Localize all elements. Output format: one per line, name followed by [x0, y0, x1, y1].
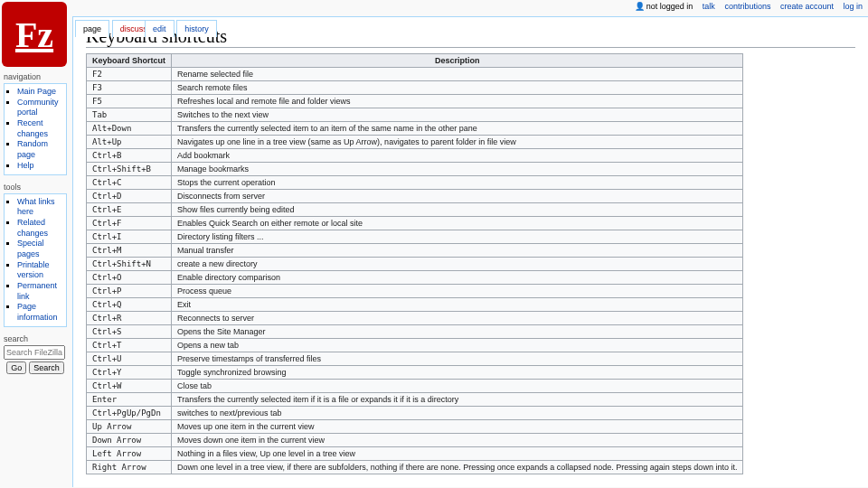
- tools-heading: tools: [4, 183, 67, 192]
- shortcut-desc: Moves down one item in the current view: [172, 434, 743, 447]
- shortcut-key: Alt+Down: [92, 124, 131, 133]
- shortcut-desc: Show files currently being edited: [172, 203, 743, 217]
- shortcut-key: Ctrl+Y: [92, 368, 122, 377]
- tools-item[interactable]: Printable version: [17, 260, 50, 280]
- table-row: Ctrl+PgUp/PgDnswitches to next/previous …: [87, 407, 743, 420]
- search-portal: search Go Search: [4, 334, 67, 374]
- table-row: Ctrl+RReconnects to server: [87, 312, 743, 325]
- tab-page[interactable]: page: [75, 20, 109, 37]
- shortcut-desc: Reconnects to server: [172, 312, 743, 325]
- table-row: Ctrl+OEnable directory comparison: [87, 271, 743, 285]
- shortcut-key: Ctrl+Shift+B: [92, 164, 151, 174]
- table-row: Up ArrowMoves up one item in the current…: [87, 420, 743, 434]
- contributions-link[interactable]: contributions: [724, 2, 770, 11]
- talk-link[interactable]: talk: [703, 2, 715, 11]
- table-row: Down ArrowMoves down one item in the cur…: [87, 434, 743, 447]
- table-row: Ctrl+EShow files currently being edited: [87, 203, 743, 217]
- shortcut-desc: Toggle synchronized browsing: [172, 366, 743, 380]
- shortcut-key: Enter: [92, 395, 117, 404]
- table-row: Ctrl+QExit: [87, 298, 743, 312]
- table-row: Ctrl+MManual transfer: [87, 244, 743, 258]
- table-row: Ctrl+PProcess queue: [87, 285, 743, 298]
- table-row: Ctrl+Shift+BManage bookmarks: [87, 163, 743, 176]
- shortcut-key: Up Arrow: [92, 422, 131, 431]
- shortcut-desc: Directory listing filters ...: [172, 230, 743, 244]
- shortcut-desc: Disconnects from server: [172, 190, 743, 203]
- tab-history[interactable]: history: [176, 20, 217, 37]
- shortcut-key: Ctrl+Shift+N: [92, 259, 151, 268]
- shortcut-desc: Switches to the next view: [172, 108, 743, 122]
- shortcut-desc: Enable directory comparison: [172, 271, 743, 285]
- table-row: F2Rename selected file: [87, 68, 743, 81]
- table-row: Ctrl+DDisconnects from server: [87, 190, 743, 203]
- shortcut-desc: Nothing in a files view, Up one level in…: [172, 447, 743, 461]
- shortcut-desc: Transfers the currently selected item to…: [172, 122, 743, 136]
- shortcut-desc: Process queue: [172, 285, 743, 298]
- shortcut-key: Ctrl+Q: [92, 300, 122, 309]
- search-go-button[interactable]: Go: [6, 361, 26, 374]
- table-row: Ctrl+FEnables Quick Search on either rem…: [87, 217, 743, 230]
- nav-item[interactable]: Help: [17, 161, 34, 170]
- tools-item[interactable]: Page information: [17, 302, 58, 322]
- shortcut-desc: Close tab: [172, 380, 743, 393]
- nav-item[interactable]: Main Page: [17, 87, 56, 96]
- not-logged-in: 👤not logged in: [635, 2, 693, 11]
- nav-item[interactable]: Community portal: [17, 98, 59, 117]
- nav-item[interactable]: Recent changes: [17, 118, 48, 138]
- user-icon: 👤: [635, 2, 645, 11]
- table-row: F5Refreshes local and remote file and fo…: [87, 95, 743, 108]
- shortcut-desc: Exit: [172, 298, 743, 312]
- shortcut-key: Ctrl+U: [92, 354, 122, 363]
- site-logo[interactable]: Fz: [2, 2, 67, 67]
- shortcut-desc: Opens the Site Manager: [172, 325, 743, 339]
- shortcut-key: Ctrl+B: [92, 151, 122, 160]
- shortcut-key: Down Arrow: [92, 436, 141, 445]
- shortcut-desc: Moves up one item in the current view: [172, 420, 743, 434]
- shortcut-desc: Opens a new tab: [172, 339, 743, 352]
- shortcut-key: Ctrl+T: [92, 341, 122, 350]
- table-row: Left ArrowNothing in a files view, Up on…: [87, 447, 743, 461]
- tools-item[interactable]: Special pages: [17, 239, 44, 258]
- table-row: Ctrl+SOpens the Site Manager: [87, 325, 743, 339]
- table-row: EnterTransfers the currently selected it…: [87, 393, 743, 407]
- table-row: Ctrl+TOpens a new tab: [87, 339, 743, 352]
- shortcut-key: Right Arrow: [92, 463, 146, 472]
- shortcut-key: Ctrl+R: [92, 314, 122, 323]
- tools-item[interactable]: Permanent link: [17, 281, 57, 301]
- shortcut-desc: Navigates up one line in a tree view (sa…: [172, 136, 743, 149]
- shortcut-desc: Rename selected file: [172, 68, 743, 81]
- table-row: Alt+DownTransfers the currently selected…: [87, 122, 743, 136]
- shortcut-key: Ctrl+M: [92, 246, 122, 255]
- tools-item[interactable]: Related changes: [17, 218, 48, 238]
- tools-item[interactable]: What links here: [17, 197, 55, 217]
- shortcut-desc: switches to next/previous tab: [172, 407, 743, 420]
- table-row: TabSwitches to the next view: [87, 108, 743, 122]
- shortcut-key: Ctrl+O: [92, 273, 122, 282]
- search-search-button[interactable]: Search: [29, 361, 64, 374]
- shortcut-desc: Manual transfer: [172, 244, 743, 258]
- table-row: Ctrl+Shift+Ncreate a new directory: [87, 258, 743, 271]
- shortcut-desc: Manage bookmarks: [172, 163, 743, 176]
- shortcut-desc: Search remote files: [172, 81, 743, 95]
- shortcut-key: Ctrl+PgUp/PgDn: [92, 408, 161, 418]
- create-account-link[interactable]: create account: [780, 2, 834, 11]
- shortcut-key: F5: [92, 97, 102, 106]
- shortcut-key: Ctrl+E: [92, 205, 122, 214]
- shortcut-key: Tab: [92, 110, 107, 119]
- shortcut-key: Ctrl+D: [92, 192, 122, 201]
- tab-edit[interactable]: edit: [145, 20, 175, 37]
- search-input[interactable]: [4, 345, 65, 360]
- nav-portal: navigation Main PageCommunity portalRece…: [4, 72, 67, 175]
- shortcut-key: Ctrl+C: [92, 178, 122, 187]
- table-row: Ctrl+IDirectory listing filters ...: [87, 230, 743, 244]
- log-in-link[interactable]: log in: [843, 2, 863, 11]
- nav-heading: navigation: [4, 72, 67, 81]
- table-row: Ctrl+CStops the current operation: [87, 176, 743, 190]
- shortcut-key: F3: [92, 83, 102, 92]
- table-row: Ctrl+YToggle synchronized browsing: [87, 366, 743, 380]
- shortcut-desc: create a new directory: [172, 258, 743, 271]
- col-description: Description: [172, 54, 743, 68]
- shortcut-key: Ctrl+S: [92, 327, 122, 336]
- nav-item[interactable]: Random page: [17, 139, 48, 159]
- table-row: Ctrl+BAdd bookmark: [87, 149, 743, 163]
